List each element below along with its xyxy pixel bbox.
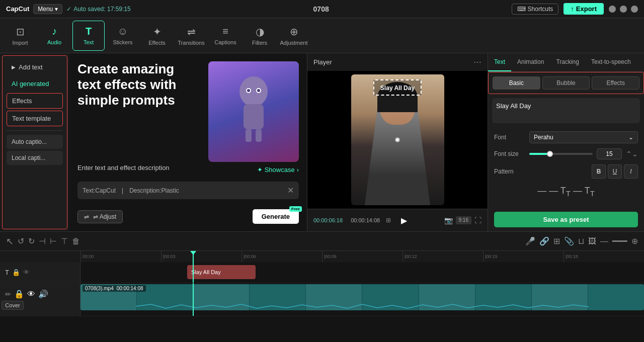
lock-icon-video[interactable]: 🔒 [14, 289, 24, 299]
svg-point-0 [239, 76, 268, 107]
font-chevron-icon: ⌄ [628, 134, 633, 141]
toolbar: ⊡ Import ♪ Audio T Text ☺ Stickers ✦ Eff… [0, 18, 644, 53]
center-dot [395, 137, 400, 142]
sub-tab-bubble[interactable]: Bubble [542, 76, 590, 90]
text-clip[interactable]: Slay All Day [187, 265, 256, 279]
generate-button[interactable]: Generate Free [253, 209, 299, 224]
audio-icon-video[interactable]: 🔊 [38, 289, 48, 299]
pattern-label: Pattern [494, 168, 529, 175]
sidebar-item-effects[interactable]: Effects [7, 93, 63, 109]
ruler-mark-3: |00:09 [322, 251, 403, 262]
clip-icon[interactable]: 📎 [564, 236, 574, 246]
sparkle-icon: ✦ [257, 166, 263, 174]
close-button[interactable] [631, 6, 638, 13]
local-caption-button[interactable]: Local capti... [7, 151, 63, 165]
tab-text-to-speech[interactable]: Text-to-speech [585, 53, 637, 71]
text-input-area[interactable]: Slay All Day [492, 98, 640, 123]
eye-icon-video[interactable]: 👁 [27, 290, 35, 299]
pattern-row: Pattern B U I [494, 164, 638, 179]
audio-label: Audio [47, 39, 61, 45]
showcase-link[interactable]: ✦ Showcase › [257, 166, 299, 174]
tab-animation[interactable]: Animation [511, 53, 550, 71]
adjust-icon: ⇌ [84, 213, 89, 220]
ruler-mark-2: |00:06 [242, 251, 322, 262]
video-strip: 0708(3).mp4 00:00:14:08 [80, 284, 644, 310]
export-button[interactable]: ↑ Export [564, 3, 604, 15]
tool-text[interactable]: T Text [72, 21, 105, 51]
shortcuts-button[interactable]: ⌨ Shortcuts [512, 4, 559, 15]
maximize-button[interactable] [620, 6, 627, 13]
sidebar-item-text-template[interactable]: Text template [7, 111, 63, 126]
auto-caption-button[interactable]: Auto captio... [7, 135, 63, 149]
tool-effects[interactable]: ✦ Effects [141, 21, 173, 51]
sidebar-item-add-text[interactable]: ▶ Add text [7, 60, 63, 74]
crop-right-tool[interactable]: ⊤ [61, 236, 68, 246]
grid-icon[interactable]: ⊞ [386, 217, 391, 224]
ai-generated-label: AI generated [12, 80, 49, 88]
ai-text-side: Create amazing text effects with simple … [77, 61, 202, 109]
zoom-in-icon[interactable]: ⊕ [631, 236, 638, 246]
video-frame: Slay All Day [351, 74, 444, 205]
tool-audio[interactable]: ♪ Audio [38, 21, 70, 51]
prompt-text-part: Text:CapCut [83, 187, 116, 194]
track-playhead-1 [193, 262, 194, 283]
tool-captions[interactable]: ≡ Captions [209, 21, 242, 51]
transitions-label: Transitions [178, 40, 204, 46]
redo-button[interactable]: ↻ [28, 236, 35, 246]
transitions-icon: ⇌ [187, 26, 196, 38]
tool-adjustment[interactable]: ⊕ Adjustment [278, 21, 310, 51]
zoom-slider[interactable]: ━━━ [612, 236, 627, 246]
undo-button[interactable]: ↺ [18, 236, 24, 246]
prompt-box[interactable]: Text:CapCut | Description:Plastic ✕ [77, 182, 299, 199]
split-tool[interactable]: ⊣ [39, 236, 46, 246]
sidebar-item-ai-generated[interactable]: AI generated [7, 76, 63, 91]
link-icon[interactable]: 🔗 [539, 236, 549, 246]
svg-rect-3 [256, 129, 262, 142]
timeline: ↖ ↺ ↻ ⊣ ⊢ ⊤ 🗑 🎤 🔗 ⊞ 📎 ⊔ 🖼 — ━━━ ⊕ [0, 231, 644, 342]
font-size-slider[interactable] [529, 153, 593, 155]
zoom-out-icon[interactable]: — [600, 237, 608, 246]
description-label: Enter text and effect description [77, 164, 170, 172]
mic-button[interactable]: 🎤 [525, 236, 535, 246]
minimize-button[interactable] [609, 6, 616, 13]
tool-import[interactable]: ⊡ Import [4, 21, 36, 51]
sub-tab-effects[interactable]: Effects [592, 76, 639, 90]
cover-button[interactable]: Cover [2, 301, 23, 310]
underline-button[interactable]: U [608, 164, 622, 179]
overlay-text: Slay All Day [380, 84, 415, 92]
topbar: CapCut Menu ▾ ✓ Auto saved: 17:59:15 070… [0, 0, 644, 18]
select-tool[interactable]: ↖ [6, 236, 14, 247]
expand-icon[interactable]: ⛶ [474, 216, 481, 224]
adjust-button[interactable]: ⇌ ⇌ Adjust [77, 210, 123, 223]
sync-icon[interactable]: ⊞ [553, 236, 560, 246]
anchor-icon[interactable]: ⊔ [578, 236, 584, 246]
save-preset-button[interactable]: Save as preset [494, 212, 638, 227]
tool-filters[interactable]: ◑ Filters [244, 21, 276, 51]
edit-icon[interactable]: ✏ [5, 290, 11, 298]
camera-icon[interactable]: 📷 [444, 216, 453, 224]
sub-tab-basic[interactable]: Basic [493, 76, 540, 90]
clear-prompt-button[interactable]: ✕ [287, 186, 294, 195]
menu-button[interactable]: Menu ▾ [33, 4, 62, 14]
sticker-tl-icon[interactable]: 🖼 [588, 237, 596, 246]
eye-icon-text[interactable]: 👁 [23, 269, 30, 276]
italic-button[interactable]: I [624, 164, 638, 179]
video-label-content: ✏ 🔒 👁 🔊 Cover [5, 289, 75, 310]
tab-tracking[interactable]: Tracking [550, 53, 585, 71]
video-bg: Slay All Day [351, 74, 444, 205]
player-menu-icon[interactable]: ⋯ [473, 57, 481, 67]
filters-icon: ◑ [256, 26, 264, 38]
video-track-row: ✏ 🔒 👁 🔊 Cover [0, 283, 644, 316]
font-size-value[interactable]: 15 [597, 148, 622, 159]
font-select[interactable]: Perahu ⌄ [529, 131, 638, 143]
lock-icon-text[interactable]: 🔒 [12, 269, 20, 276]
delete-tool[interactable]: 🗑 [72, 237, 80, 246]
tool-transitions[interactable]: ⇌ Transitions [175, 21, 207, 51]
tab-text[interactable]: Text [488, 53, 511, 71]
prompt-separator: | [122, 187, 123, 194]
crop-left-tool[interactable]: ⊢ [50, 236, 57, 246]
bold-button[interactable]: B [592, 164, 606, 179]
effects-label: Effects [148, 40, 165, 46]
play-button[interactable]: ▶ [397, 213, 411, 227]
tool-stickers[interactable]: ☺ Stickers [107, 21, 139, 51]
